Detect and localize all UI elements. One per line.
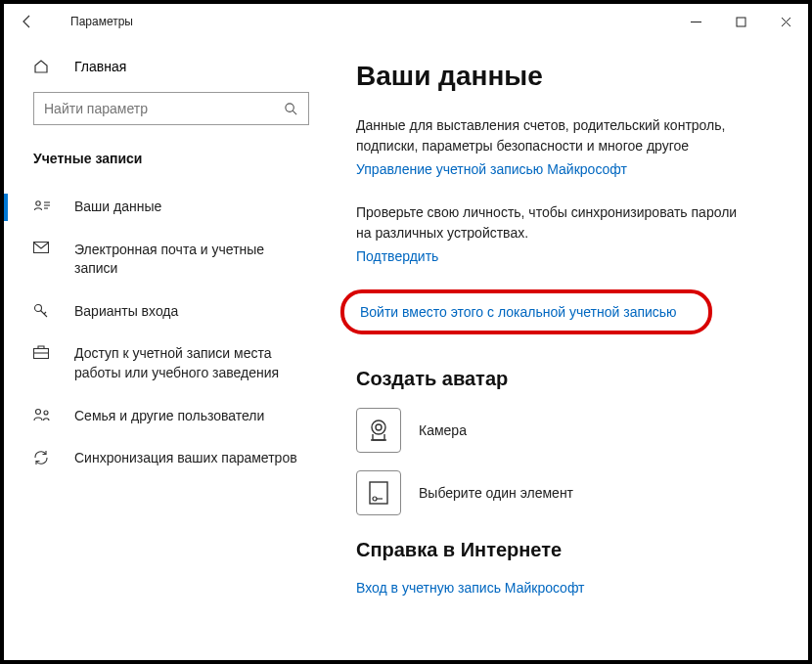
help-heading: Справка в Интернете <box>356 539 779 561</box>
person-card-icon <box>33 199 53 212</box>
maximize-button[interactable] <box>718 4 763 39</box>
svg-rect-1 <box>737 18 745 26</box>
local-account-link[interactable]: Войти вместо этого с локальной учетной з… <box>360 304 677 320</box>
svg-point-4 <box>286 103 293 111</box>
svg-point-22 <box>373 497 377 501</box>
svg-point-17 <box>44 411 48 415</box>
sidebar-item-your-info[interactable]: Ваши данные <box>4 186 327 229</box>
home-icon <box>33 59 57 74</box>
people-icon <box>33 408 53 421</box>
sidebar-item-work-access[interactable]: Доступ к учетной записи места работы или… <box>4 332 327 394</box>
main-content: Ваши данные Данные для выставления счето… <box>327 39 808 660</box>
window-title: Параметры <box>70 15 673 28</box>
svg-line-5 <box>293 111 296 114</box>
browse-file-icon <box>356 470 401 515</box>
sidebar-item-sync[interactable]: Синхронизация ваших параметров <box>4 437 327 480</box>
sidebar-item-label: Синхронизация ваших параметров <box>74 449 297 468</box>
avatar-camera-label: Камера <box>419 422 467 438</box>
search-input-container[interactable] <box>33 92 309 125</box>
briefcase-icon <box>33 345 53 359</box>
search-input[interactable] <box>44 101 284 116</box>
local-account-highlight: Войти вместо этого с локальной учетной з… <box>340 289 712 334</box>
sync-icon <box>33 450 53 465</box>
close-button[interactable] <box>763 4 808 39</box>
sidebar-item-signin-options[interactable]: Варианты входа <box>4 290 327 333</box>
svg-point-11 <box>35 304 42 311</box>
sidebar-item-label: Ваши данные <box>74 198 161 217</box>
back-button[interactable] <box>20 14 43 29</box>
help-link[interactable]: Вход в учетную запись Майкрософт <box>356 580 585 596</box>
avatar-browse-label: Выберите один элемент <box>419 485 573 501</box>
minimize-button[interactable] <box>673 4 718 39</box>
avatar-camera-option[interactable]: Камера <box>356 408 779 453</box>
key-icon <box>33 303 53 319</box>
sidebar-item-label: Доступ к учетной записи места работы или… <box>74 344 307 382</box>
sidebar-item-label: Электронная почта и учетные записи <box>74 241 307 279</box>
mail-icon <box>33 242 53 253</box>
svg-point-18 <box>372 421 385 434</box>
avatar-browse-option[interactable]: Выберите один элемент <box>356 470 779 515</box>
sidebar-section-title: Учетные записи <box>4 133 327 180</box>
manage-account-link[interactable]: Управление учетной записью Майкрософт <box>356 161 627 177</box>
sidebar-item-email-accounts[interactable]: Электронная почта и учетные записи <box>4 229 327 290</box>
svg-point-6 <box>36 201 40 205</box>
titlebar: Параметры <box>4 4 808 39</box>
billing-description: Данные для выставления счетов, родительс… <box>356 115 747 156</box>
svg-line-13 <box>44 312 46 314</box>
camera-icon <box>356 408 401 453</box>
sidebar-item-label: Семья и другие пользователи <box>74 407 264 426</box>
search-icon <box>284 102 298 116</box>
verify-link[interactable]: Подтвердить <box>356 248 438 264</box>
sidebar: Главная Учетные записи Ваши данные <box>4 39 327 660</box>
page-heading: Ваши данные <box>356 61 779 92</box>
sidebar-item-family[interactable]: Семья и другие пользователи <box>4 395 327 438</box>
sidebar-nav: Ваши данные Электронная почта и учетные … <box>4 186 327 480</box>
svg-rect-21 <box>370 482 387 504</box>
sidebar-home-label: Главная <box>74 59 126 74</box>
svg-point-19 <box>376 424 382 430</box>
verify-description: Проверьте свою личность, чтобы синхрониз… <box>356 202 747 243</box>
avatar-heading: Создать аватар <box>356 368 779 390</box>
sidebar-home[interactable]: Главная <box>4 49 327 84</box>
svg-point-16 <box>36 409 41 414</box>
sidebar-item-label: Варианты входа <box>74 302 178 322</box>
